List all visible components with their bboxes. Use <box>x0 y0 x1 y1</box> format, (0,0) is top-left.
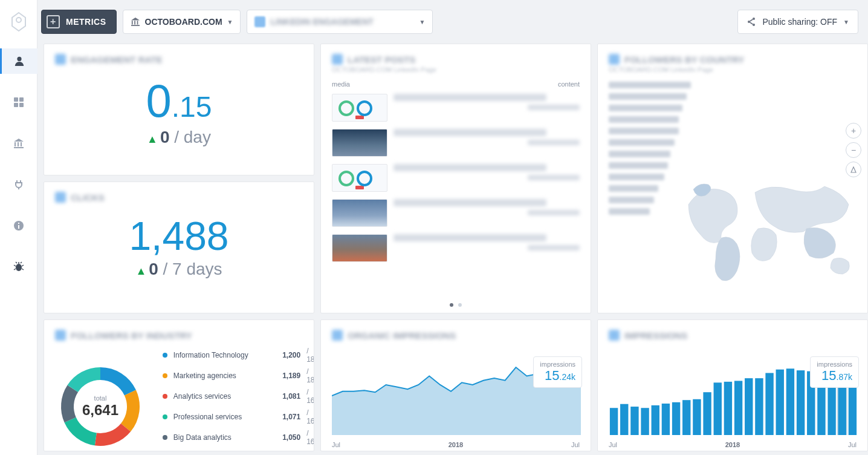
dashboard-grid: ENGAGEMENT RATE 0.15 ▲0 / day LATEST POS… <box>44 44 862 455</box>
xlabel: Jul <box>609 441 617 448</box>
grid-icon <box>12 96 25 109</box>
country-row <box>609 151 670 157</box>
nav-account[interactable] <box>0 48 37 74</box>
post-thumbnail <box>332 164 387 192</box>
bug-icon <box>12 260 25 273</box>
bank-icon <box>12 137 25 150</box>
card-followers-industry: FOLLOWERS BY INDUSTRY total6,641 Informa… <box>44 319 314 451</box>
metric-int: 0 <box>146 75 171 126</box>
svg-rect-14 <box>620 404 628 435</box>
card-engagement-rate: ENGAGEMENT RATE 0.15 ▲0 / day <box>44 44 314 175</box>
post-content <box>394 164 580 192</box>
post-row[interactable] <box>332 90 580 125</box>
linkedin-icon <box>332 54 343 65</box>
card-title: IMPRESSIONS <box>624 330 687 341</box>
svg-point-9 <box>16 264 22 271</box>
post-row[interactable] <box>332 160 580 195</box>
donut-chart: total6,641 <box>55 361 146 451</box>
legend-row: Analytics services1,081 / 16% <box>163 388 314 405</box>
col-media: media <box>332 80 350 88</box>
xlabel: 2018 <box>449 441 463 448</box>
country-row <box>609 208 650 215</box>
post-row[interactable] <box>332 231 580 266</box>
post-row[interactable] <box>332 125 580 160</box>
share-label: Public sharing: OFF <box>762 17 837 27</box>
legend-row: Big Data analytics1,050 / 16% <box>163 429 314 446</box>
public-sharing-toggle[interactable]: Public sharing: OFF ▼ <box>737 10 858 34</box>
page-dot[interactable] <box>450 303 453 307</box>
pill-label: impressions <box>817 361 852 368</box>
post-thumbnail <box>332 199 387 227</box>
card-title: ENGAGEMENT RATE <box>71 54 162 65</box>
dashboard-label: LINKEDIN ENGAGEMENT <box>270 17 373 27</box>
chart-value-pill: impressions 15.24k <box>533 356 582 388</box>
card-impressions: IMPRESSIONS impressions 15.87k Jul2018Ju… <box>597 319 868 451</box>
pagination-dots[interactable] <box>321 303 591 307</box>
svg-rect-31 <box>797 370 805 435</box>
svg-point-10 <box>753 18 755 20</box>
chevron-down-icon: ▼ <box>843 19 849 25</box>
card-title: ORGANIC IMPRESSIONS <box>348 330 456 341</box>
chevron-down-icon: ▼ <box>227 19 233 25</box>
col-content: content <box>558 80 580 88</box>
zoom-in-button[interactable]: + <box>846 123 861 139</box>
country-row <box>609 105 682 111</box>
topbar: + METRICS OCTOBOARD.COM ▼ LINKEDIN ENGAG… <box>37 6 862 38</box>
metric-period: / day <box>174 128 211 146</box>
svg-rect-7 <box>18 225 19 229</box>
card-organic-impressions: ORGANIC IMPRESSIONS impressions 15.24k J… <box>320 319 591 451</box>
card-title: FOLLOWERS BY COUNTRY <box>624 54 744 65</box>
donut-center-label: total <box>94 394 107 402</box>
xlabel: Jul <box>848 441 857 448</box>
zoom-out-button[interactable]: − <box>846 142 861 158</box>
svg-rect-3 <box>19 97 24 102</box>
post-row[interactable] <box>332 195 580 231</box>
source-icon <box>254 16 265 27</box>
card-subtitle: OCTOBOARD.COM LinkedIn Page <box>609 66 857 73</box>
country-row <box>609 93 687 100</box>
chart-value-pill: impressions 15.87k <box>810 356 859 388</box>
metric-delta: 0 <box>160 128 170 146</box>
svg-point-11 <box>748 21 750 23</box>
svg-rect-25 <box>734 381 742 435</box>
card-latest-posts: LATEST POSTS OCTOBOARD.COM LinkedIn Page… <box>320 44 591 313</box>
linkedin-icon <box>609 330 620 341</box>
bank-icon <box>131 18 140 26</box>
xlabel: Jul <box>332 441 340 448</box>
dashboard-dropdown[interactable]: LINKEDIN ENGAGEMENT ▼ <box>247 10 433 34</box>
org-dropdown[interactable]: OCTOBOARD.COM ▼ <box>123 10 241 34</box>
svg-rect-15 <box>630 407 638 435</box>
pill-dec: .87k <box>837 372 852 382</box>
pill-int: 15 <box>545 368 559 383</box>
post-thumbnail <box>332 234 387 262</box>
nav-org[interactable] <box>0 131 37 156</box>
svg-rect-8 <box>18 223 19 224</box>
card-subtitle: OCTOBOARD.COM LinkedIn Page <box>332 66 580 73</box>
country-row <box>609 185 658 192</box>
add-metrics-button[interactable]: + METRICS <box>41 10 117 34</box>
country-row <box>609 139 675 146</box>
post-thumbnail <box>332 129 387 157</box>
pill-dec: .24k <box>560 372 575 382</box>
post-thumbnail <box>332 94 387 122</box>
legend-row: Marketing agencies1,189 / 18% <box>163 367 314 384</box>
nav-debug[interactable] <box>0 254 37 280</box>
country-bar-list <box>609 82 691 215</box>
svg-rect-18 <box>662 404 670 435</box>
nav-dashboard[interactable] <box>0 90 37 115</box>
legend-row: Information Technology1,200 / 18% <box>163 347 314 364</box>
donut-center-value: 6,641 <box>82 402 118 419</box>
card-followers-country: FOLLOWERS BY COUNTRY OCTOBOARD.COM Linke… <box>597 44 868 313</box>
nav-info[interactable] <box>0 213 37 238</box>
trend-up-icon: ▲ <box>147 133 158 145</box>
post-content <box>394 94 580 122</box>
card-title: CLICKS <box>71 192 105 203</box>
metric-int: 1,488 <box>129 214 228 258</box>
info-icon <box>12 219 25 232</box>
page-dot[interactable] <box>458 303 462 307</box>
nav-integrations[interactable] <box>0 172 37 197</box>
svg-rect-17 <box>652 405 659 435</box>
world-map[interactable] <box>682 171 864 286</box>
chevron-down-icon: ▼ <box>419 19 426 25</box>
donut-legend: Information Technology1,200 / 18%Marketi… <box>163 347 314 451</box>
